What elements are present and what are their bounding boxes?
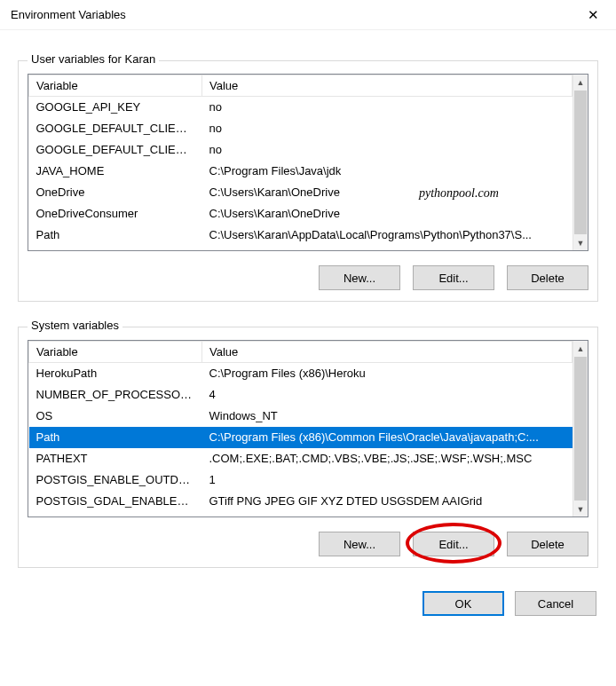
table-row[interactable]: POSTGIS_ENABLE_OUTDB_...1 — [29, 469, 573, 491]
cell-value: C:\Users\Karan\OneDrive — [202, 182, 573, 203]
system-variables-table[interactable]: Variable Value HerokuPathC:\Program File… — [28, 341, 573, 516]
dialog-button-row: OK Cancel — [0, 575, 616, 628]
user-variables-legend: User variables for Karan — [28, 52, 159, 66]
table-row[interactable]: OneDriveC:\Users\Karan\OneDrive — [29, 182, 573, 203]
cell-value: no — [202, 118, 573, 139]
cell-value: no — [202, 139, 573, 161]
scroll-thumb[interactable] — [574, 357, 587, 501]
table-row[interactable]: NUMBER_OF_PROCESSORS4 — [29, 384, 573, 406]
scroll-thumb[interactable] — [574, 91, 587, 234]
cell-variable: POSTGIS_GDAL_ENABLED_... — [29, 491, 202, 512]
cell-variable: PATHEXT — [29, 448, 202, 469]
cell-variable: POSTGIS_ENABLE_OUTDB_... — [29, 469, 202, 491]
scroll-up-icon[interactable]: ▲ — [573, 75, 588, 90]
system-variables-legend: System variables — [28, 319, 122, 332]
cell-value: GTiff PNG JPEG GIF XYZ DTED USGSDEM AAIG… — [202, 491, 573, 512]
cell-value: C:\Program Files (x86)\Common Files\Orac… — [202, 427, 573, 448]
cell-value: 4 — [202, 384, 573, 406]
user-edit-button[interactable]: Edit... — [413, 265, 494, 290]
scroll-down-icon[interactable]: ▼ — [573, 235, 588, 250]
cell-value: AMD64 — [202, 512, 573, 517]
table-row[interactable]: HerokuPathC:\Program Files (x86)\Heroku — [29, 363, 573, 384]
titlebar: Environment Variables ✕ — [0, 0, 616, 30]
cell-variable: NUMBER_OF_PROCESSORS — [29, 384, 202, 406]
user-scrollbar[interactable]: ▲ ▼ — [573, 75, 588, 250]
cell-variable: GOOGLE_API_KEY — [29, 97, 202, 118]
cell-variable: OS — [29, 406, 202, 427]
system-variables-group: System variables Variable Value HerokuPa… — [18, 327, 598, 568]
cell-variable: GOOGLE_DEFAULT_CLIENT... — [29, 139, 202, 161]
system-button-row: New... Edit... Delete — [28, 532, 588, 556]
cell-variable: GOOGLE_DEFAULT_CLIENT... — [29, 118, 202, 139]
cell-value: .COM;.EXE;.BAT;.CMD;.VBS;.VBE;.JS;.JSE;.… — [202, 448, 573, 469]
scroll-down-icon[interactable]: ▼ — [573, 501, 588, 516]
system-variables-table-wrap: Variable Value HerokuPathC:\Program File… — [28, 340, 588, 517]
window-title: Environment Variables — [11, 8, 126, 21]
cell-variable: PROCESSOR_ARCHITECTU... — [29, 512, 202, 517]
user-col-variable[interactable]: Variable — [29, 75, 202, 97]
system-delete-button[interactable]: Delete — [507, 532, 588, 556]
table-row[interactable]: GOOGLE_API_KEYno — [29, 97, 573, 118]
user-variables-group: User variables for Karan Variable Value … — [18, 60, 598, 302]
user-variables-table[interactable]: Variable Value GOOGLE_API_KEYnoGOOGLE_DE… — [28, 75, 573, 250]
scroll-up-icon[interactable]: ▲ — [573, 341, 588, 356]
user-col-value[interactable]: Value — [202, 75, 573, 97]
table-row[interactable]: PROCESSOR_ARCHITECTU...AMD64 — [29, 512, 573, 517]
system-edit-button[interactable]: Edit... — [413, 532, 494, 556]
system-scrollbar[interactable]: ▲ ▼ — [573, 341, 588, 516]
system-new-button[interactable]: New... — [319, 532, 400, 556]
cell-variable: Path — [29, 225, 202, 246]
table-row[interactable]: JAVA_HOMEC:\Program Files\Java\jdk — [29, 161, 573, 182]
user-button-row: New... Edit... Delete — [28, 265, 588, 290]
system-col-variable[interactable]: Variable — [29, 342, 202, 363]
table-row[interactable]: OSWindows_NT — [29, 406, 573, 427]
cell-value: Windows_NT — [202, 406, 573, 427]
cell-variable: Path — [29, 427, 202, 448]
user-new-button[interactable]: New... — [319, 265, 400, 290]
cell-value: C:\Users\Karan\AppData\Local\Programs\Py… — [202, 225, 573, 246]
ok-button[interactable]: OK — [423, 591, 504, 616]
cell-value: C:\Program Files\Java\jdk — [202, 161, 573, 182]
table-row[interactable]: POSTGIS_GDAL_ENABLED_...GTiff PNG JPEG G… — [29, 491, 573, 512]
cell-variable: OneDrive — [29, 182, 202, 203]
user-variables-table-wrap: Variable Value GOOGLE_API_KEYnoGOOGLE_DE… — [28, 74, 588, 251]
table-row[interactable]: OneDriveConsumerC:\Users\Karan\OneDrive — [29, 203, 573, 225]
cell-variable: HerokuPath — [29, 363, 202, 384]
cancel-button[interactable]: Cancel — [515, 591, 596, 616]
dialog-content: User variables for Karan Variable Value … — [0, 30, 616, 575]
cell-value — [202, 246, 573, 251]
table-row[interactable]: TEMP — [29, 246, 573, 251]
cell-variable: OneDriveConsumer — [29, 203, 202, 225]
table-row[interactable]: PathC:\Program Files (x86)\Common Files\… — [29, 427, 573, 448]
user-delete-button[interactable]: Delete — [507, 265, 588, 290]
cell-value: no — [202, 97, 573, 118]
cell-variable: TEMP — [29, 246, 202, 251]
system-col-value[interactable]: Value — [202, 342, 573, 363]
cell-value: C:\Program Files (x86)\Heroku — [202, 363, 573, 384]
table-row[interactable]: PathC:\Users\Karan\AppData\Local\Program… — [29, 225, 573, 246]
table-row[interactable]: GOOGLE_DEFAULT_CLIENT...no — [29, 118, 573, 139]
table-row[interactable]: PATHEXT.COM;.EXE;.BAT;.CMD;.VBS;.VBE;.JS… — [29, 448, 573, 469]
cell-value: C:\Users\Karan\OneDrive — [202, 203, 573, 225]
table-row[interactable]: GOOGLE_DEFAULT_CLIENT...no — [29, 139, 573, 161]
cell-value: 1 — [202, 469, 573, 491]
close-icon[interactable]: ✕ — [582, 4, 604, 26]
cell-variable: JAVA_HOME — [29, 161, 202, 182]
